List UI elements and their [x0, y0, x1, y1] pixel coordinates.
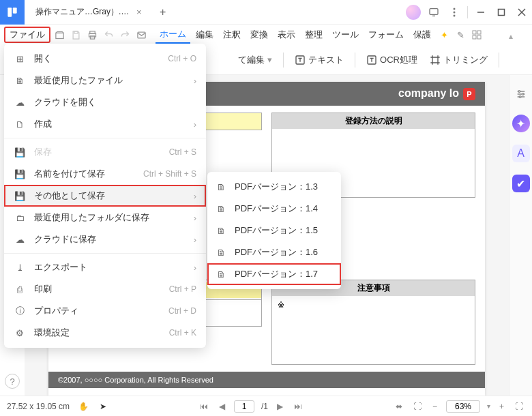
edit-all-button[interactable]: て編集▾ — [234, 51, 276, 69]
menu-item-print[interactable]: ⎙印刷Ctrl + P — [4, 278, 206, 300]
svg-rect-10 — [55, 33, 63, 38]
help-icon[interactable]: ? — [5, 374, 20, 389]
menu-organize[interactable]: 整理 — [301, 27, 327, 43]
menu-tool[interactable]: ツール — [328, 27, 363, 43]
company-logo-text: company lo — [398, 87, 459, 99]
menu-item-properties[interactable]: ⓘプロパティCtrl + D — [4, 300, 206, 322]
first-page-icon[interactable]: ⏮ — [198, 402, 210, 411]
svg-rect-1 — [13, 8, 17, 13]
trimming-button[interactable]: トリミング — [426, 51, 492, 69]
menu-home[interactable]: ホーム — [156, 26, 190, 44]
menu-comment[interactable]: 注釈 — [219, 27, 245, 43]
menu-item-preferences[interactable]: ⚙環境設定Ctrl + K — [4, 322, 206, 344]
menu-protect[interactable]: 保護 — [409, 27, 435, 43]
maximize-button[interactable] — [491, 2, 512, 23]
quick-mail-icon[interactable] — [134, 27, 149, 42]
cursor-dimensions: 27.52 x 19.05 cm — [7, 402, 70, 411]
ocr-button[interactable]: OCR処理 — [362, 51, 422, 69]
svg-rect-16 — [473, 31, 476, 34]
chevron-right-icon: › — [194, 119, 196, 130]
lightbulb-icon[interactable]: ✦ — [437, 27, 452, 42]
ai-chat-icon[interactable]: ✦ — [512, 115, 530, 132]
zoom-input[interactable] — [446, 400, 480, 413]
save-as-icon: 💾 — [14, 169, 26, 179]
chevron-right-icon: › — [194, 263, 196, 273]
box1-title: 登録方法の説明 — [272, 113, 475, 129]
ocr-label: OCR処理 — [380, 54, 417, 66]
quick-save-icon[interactable] — [68, 27, 83, 42]
cloud-up-icon: ☁ — [14, 235, 26, 245]
page-total: /1 — [261, 402, 268, 411]
settings-sliders-icon[interactable] — [513, 86, 529, 102]
trimming-label: トリミング — [443, 54, 488, 66]
menu-item-open[interactable]: ⊞開くCtrl + O — [4, 48, 206, 70]
menu-item-export[interactable]: ⤓エクスポート› — [4, 256, 206, 278]
chevron-right-icon: › — [194, 213, 196, 223]
zoom-out-icon[interactable]: − — [430, 402, 439, 411]
wand-icon[interactable]: ✎ — [453, 27, 468, 42]
menu-item-save-cloud[interactable]: ☁クラウドに保存› — [4, 228, 206, 250]
page-number-input[interactable] — [234, 400, 254, 413]
fullscreen-icon[interactable]: ⛶ — [513, 402, 525, 411]
last-page-icon[interactable]: ⏭ — [292, 402, 304, 411]
menu-item-save-as[interactable]: 💾名前を付けて保存Ctrl + Shift + S — [4, 163, 206, 185]
svg-point-22 — [518, 91, 520, 93]
collapse-ribbon-icon[interactable]: ▴ — [509, 31, 513, 41]
menu-item-save-other[interactable]: 💾その他として保存› — [4, 185, 206, 207]
ai-a-icon[interactable]: A — [512, 145, 530, 162]
folder-icon: 🗀 — [14, 213, 26, 223]
user-avatar[interactable] — [403, 2, 424, 23]
copyright-text: ©2007, ○○○○ Corporation, All Rights Rese… — [48, 372, 485, 388]
select-tool-icon[interactable]: ➤ — [98, 402, 108, 411]
info-icon: ⓘ — [14, 305, 26, 317]
file-icon: 🗎 — [217, 226, 228, 236]
close-button[interactable] — [512, 2, 532, 23]
menu-view[interactable]: 表示 — [274, 27, 299, 43]
gear-icon: ⚙ — [14, 328, 26, 338]
feedback-icon[interactable] — [424, 2, 444, 23]
menu-convert[interactable]: 変換 — [246, 27, 272, 43]
app-logo[interactable] — [0, 0, 25, 25]
quick-open-icon[interactable] — [52, 27, 67, 42]
text-button[interactable]: テキスト — [291, 51, 348, 69]
menu-edit[interactable]: 編集 — [192, 27, 218, 43]
fit-width-icon[interactable]: ⬌ — [394, 402, 404, 411]
file-dropdown-menu: ⊞開くCtrl + O 🗎最近使用したファイル› ☁クラウドを開く 🗋作成› 💾… — [4, 44, 206, 348]
new-tab-button[interactable]: + — [154, 3, 172, 21]
document-tab[interactable]: 操作マニュア…Gray）.pdf × — [29, 2, 149, 23]
menu-item-create[interactable]: 🗋作成› — [4, 113, 206, 135]
titlebar: 操作マニュア…Gray）.pdf × + — [0, 0, 532, 25]
more-icon[interactable] — [444, 2, 464, 23]
submenu-pdf-17[interactable]: 🗎PDFバージョン：1.7 — [207, 263, 341, 285]
zoom-in-icon[interactable]: + — [497, 402, 506, 411]
file-icon: 🗎 — [217, 182, 228, 192]
quick-redo-icon[interactable] — [117, 27, 132, 42]
file-icon: 🗎 — [14, 76, 26, 86]
menu-item-recent-folders[interactable]: 🗀最近使用したフォルダに保存› — [4, 207, 206, 228]
submenu-pdf-16[interactable]: 🗎PDFバージョン：1.6 — [207, 241, 341, 263]
menu-item-open-cloud[interactable]: ☁クラウドを開く — [4, 91, 206, 113]
edit-all-label: て編集 — [238, 54, 265, 66]
tab-close-icon[interactable]: × — [136, 7, 142, 17]
next-page-icon[interactable]: ▶ — [275, 402, 285, 411]
menu-item-recent-files[interactable]: 🗎最近使用したファイル› — [4, 70, 206, 91]
ai-check-icon[interactable]: ✔ — [512, 175, 530, 192]
submenu-pdf-15[interactable]: 🗎PDFバージョン：1.5 — [207, 220, 341, 241]
quick-print-icon[interactable] — [85, 27, 100, 42]
svg-point-5 — [454, 14, 456, 16]
submenu-pdf-13[interactable]: 🗎PDFバージョン：1.3 — [207, 176, 341, 198]
svg-rect-11 — [74, 31, 78, 33]
prev-page-icon[interactable]: ◀ — [217, 402, 227, 411]
save-other-submenu: 🗎PDFバージョン：1.3 🗎PDFバージョン：1.4 🗎PDFバージョン：1.… — [207, 172, 341, 289]
menu-file[interactable]: ファイル — [4, 27, 50, 43]
svg-point-3 — [454, 8, 456, 10]
menu-form[interactable]: フォーム — [364, 27, 408, 43]
quick-undo-icon[interactable] — [101, 27, 116, 42]
grid-icon[interactable] — [469, 27, 484, 42]
menubar: ファイル ホーム 編集 注釈 変換 表示 整理 ツール フォーム 保護 ✦ ✎ — [0, 25, 532, 45]
minimize-button[interactable] — [471, 2, 491, 23]
hand-tool-icon[interactable]: ✋ — [76, 402, 91, 411]
chevron-right-icon: › — [194, 76, 196, 86]
fit-page-icon[interactable]: ⛶ — [411, 402, 424, 411]
submenu-pdf-14[interactable]: 🗎PDFバージョン：1.4 — [207, 198, 341, 220]
